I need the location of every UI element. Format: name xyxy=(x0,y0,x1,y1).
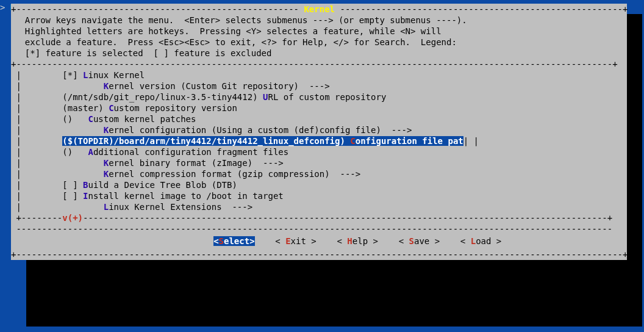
button-save[interactable]: < Save > xyxy=(399,236,440,246)
button-load[interactable]: < Load > xyxy=(460,236,501,246)
help-text: Arrow keys navigate the menu. <Enter> se… xyxy=(11,15,627,59)
button-exit[interactable]: < Exit > xyxy=(275,236,316,246)
more-indicator: +--------v(+)---------------------------… xyxy=(11,212,627,223)
button-select[interactable]: <Select> xyxy=(213,236,254,246)
menu-item[interactable]: | [ ] Build a Device Tree Blob (DTB) xyxy=(11,179,627,190)
menu-item[interactable]: | Linux Kernel Extensions ---> xyxy=(11,201,627,212)
kconfig-dialog: +---------------------------------------… xyxy=(11,4,627,260)
box-bottom-border: +---------------------------------------… xyxy=(11,249,627,260)
separator: ----------------------------------------… xyxy=(11,223,627,234)
button-bar: <Select> < Exit > < Help > < Save > < Lo… xyxy=(11,234,627,249)
menu-item[interactable]: | (master) Custom repository version xyxy=(11,103,627,114)
button-help[interactable]: < Help > xyxy=(337,236,377,246)
menu-list[interactable]: | [*] Linux Kernel | Kernel version (Cus… xyxy=(11,70,627,223)
inner-top-border: +---------------------------------------… xyxy=(11,59,627,70)
menu-item[interactable]: | Kernel version (Custom Git repository)… xyxy=(11,81,627,92)
menu-item[interactable]: | Kernel binary format (zImage) ---> xyxy=(11,157,627,168)
menu-item[interactable]: | () Custom kernel patches xyxy=(11,114,627,125)
menu-item[interactable]: | ($(TOPDIR)/board/arm/tiny4412/tiny4412… xyxy=(11,135,627,146)
box-top-border: +---------------------------------------… xyxy=(11,4,627,15)
menu-item[interactable]: | [*] Linux Kernel xyxy=(11,70,627,81)
menu-item[interactable]: | Kernel compression format (gzip compre… xyxy=(11,168,627,179)
menu-item[interactable]: | (/mnt/sdb/git_repo/linux-3.5-tiny4412)… xyxy=(11,92,627,103)
menu-item[interactable]: | Kernel configuration (Using a custom (… xyxy=(11,125,627,135)
menu-item[interactable]: | () Additional configuration fragment f… xyxy=(11,146,627,157)
menu-item[interactable]: | [ ] Install kernel image to /boot in t… xyxy=(11,190,627,201)
